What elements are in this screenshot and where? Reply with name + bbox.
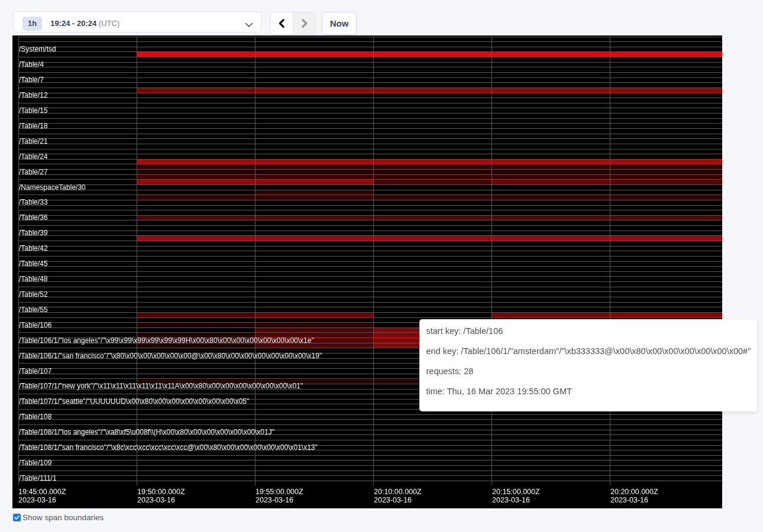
svg-text:/Table/24: /Table/24: [19, 153, 48, 161]
svg-text:/Table/109: /Table/109: [19, 459, 52, 467]
svg-text:/Table/52: /Table/52: [19, 290, 48, 299]
svg-text:2023-03-16: 2023-03-16: [492, 496, 530, 504]
svg-text:/Table/27: /Table/27: [19, 168, 48, 176]
svg-text:/Table/108/1/"san francisco"/": /Table/108/1/"san francisco"/"\x8c\xcc\x…: [19, 443, 318, 452]
svg-text:/Table/106/1/"san francisco"/": /Table/106/1/"san francisco"/"\x80\x00\x…: [19, 352, 322, 360]
svg-text:/Table/108/1/"los angeles"/"\x: /Table/108/1/"los angeles"/"\xa8\xf5\u00…: [19, 428, 274, 436]
svg-text:/Table/107/1/"seattle"/"UUUUUU: /Table/107/1/"seattle"/"UUUUUUD\x00\x80\…: [19, 397, 249, 406]
svg-text:/Table/106/1/"los angeles"/"\x: /Table/106/1/"los angeles"/"\x99\x99\x99…: [19, 336, 314, 345]
svg-text:/Table/36: /Table/36: [19, 213, 48, 222]
svg-text:20:15:00.000Z: 20:15:00.000Z: [492, 488, 540, 496]
svg-text:/Table/15: /Table/15: [19, 106, 48, 115]
svg-text:/Table/107: /Table/107: [19, 367, 52, 375]
svg-text:20:10:00.000Z: 20:10:00.000Z: [374, 488, 422, 496]
svg-text:/Table/18: /Table/18: [19, 122, 48, 130]
svg-text:/Table/107/1/"new york"/"\x11\: /Table/107/1/"new york"/"\x11\x11\x11\x1…: [19, 382, 303, 390]
svg-text:/Table/12: /Table/12: [19, 91, 48, 99]
svg-text:/NamespaceTable/30: /NamespaceTable/30: [19, 183, 86, 192]
svg-text:/Table/48: /Table/48: [19, 275, 48, 283]
svg-text:/Table/45: /Table/45: [19, 259, 48, 268]
svg-text:19:45:00.000Z: 19:45:00.000Z: [18, 488, 66, 496]
svg-text:/Table/7: /Table/7: [19, 76, 44, 84]
svg-text:/Table/108: /Table/108: [19, 413, 52, 421]
svg-text:/System/tsd: /System/tsd: [19, 45, 56, 53]
svg-text:/Table/111/1: /Table/111/1: [19, 474, 57, 482]
svg-text:2023-03-16: 2023-03-16: [610, 496, 648, 504]
svg-text:/Table/106: /Table/106: [19, 321, 52, 329]
svg-text:2023-03-16: 2023-03-16: [18, 496, 56, 504]
svg-text:2023-03-16: 2023-03-16: [256, 496, 293, 504]
svg-text:/Table/39: /Table/39: [19, 229, 48, 237]
svg-text:20:20:00.000Z: 20:20:00.000Z: [610, 488, 658, 496]
svg-text:/Table/33: /Table/33: [19, 198, 48, 206]
svg-text:/Table/21: /Table/21: [19, 137, 48, 145]
svg-text:19:50:00.000Z: 19:50:00.000Z: [137, 488, 185, 496]
svg-text:2023-03-16: 2023-03-16: [374, 496, 412, 504]
svg-text:/Table/4: /Table/4: [19, 60, 44, 69]
svg-text:/Table/42: /Table/42: [19, 244, 48, 252]
svg-text:2023-03-16: 2023-03-16: [137, 496, 175, 504]
svg-text:19:55:00.000Z: 19:55:00.000Z: [256, 488, 303, 496]
svg-text:/Table/55: /Table/55: [19, 306, 48, 314]
